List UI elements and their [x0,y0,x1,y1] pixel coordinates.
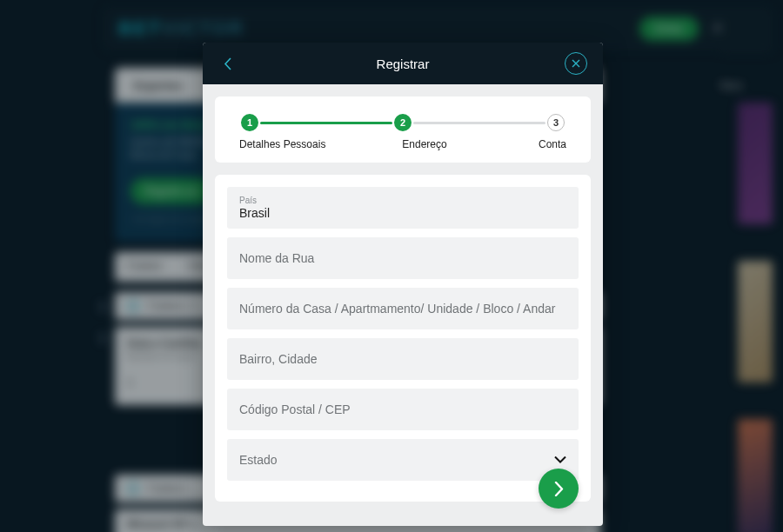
step-1: 1 [239,114,260,131]
street-field[interactable]: Nome da Rua [227,237,579,279]
step-line [413,122,545,124]
address-form: País Brasil Nome da Rua Número da Casa /… [215,175,591,502]
back-button[interactable] [218,55,236,72]
country-field[interactable]: País Brasil [227,187,579,229]
next-button[interactable] [539,469,579,509]
modal-header: Registrar [203,43,603,84]
step-2-label: Endereço [344,138,505,150]
chevron-right-icon [554,482,564,496]
step-3-label: Conta [505,138,566,150]
state-field[interactable]: Estado [227,439,579,481]
postal-placeholder: Código Postal / CEP [239,402,351,416]
step-2: 2 [392,114,413,131]
city-field[interactable]: Bairro, Cidade [227,338,579,380]
modal-title: Registrar [203,57,603,71]
chevron-down-icon [554,456,566,464]
close-button[interactable] [565,52,587,75]
house-number-field[interactable]: Número da Casa / Apartmamento/ Unidade /… [227,288,579,329]
step-1-label: Detalhes Pessoais [239,138,344,150]
step-3: 3 [545,114,566,131]
step-line [260,122,392,124]
house-placeholder: Número da Casa / Apartmamento/ Unidade /… [239,302,555,316]
progress-steps: 1 2 3 Detalhes Pessoais Endereço Conta [215,96,591,163]
city-placeholder: Bairro, Cidade [239,352,318,366]
street-placeholder: Nome da Rua [239,251,314,265]
chevron-left-icon [224,57,231,70]
country-label: País [239,196,257,205]
close-icon [572,59,580,68]
register-modal: Registrar 1 2 3 Detalhes Pessoais Endere… [203,43,603,526]
state-placeholder: Estado [239,453,278,467]
country-value: Brasil [239,206,270,220]
postal-code-field[interactable]: Código Postal / CEP [227,389,579,430]
